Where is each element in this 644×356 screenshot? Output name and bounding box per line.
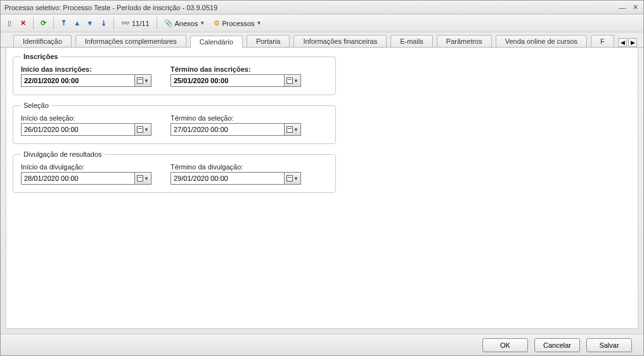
- label-inicio-divulgacao: Início da divulgação:: [21, 163, 151, 171]
- datepicker-inicio-inscricoes[interactable]: ▼: [135, 74, 151, 87]
- window-title: Processo seletivo: Processo Teste - Perí…: [4, 4, 217, 11]
- legend-divulgacao: Divulgação de resultados: [21, 150, 105, 158]
- label-termino-divulgacao: Término da divulgação:: [171, 163, 301, 171]
- nav-next-button[interactable]: ▾: [85, 17, 95, 29]
- group-divulgacao: Divulgação de resultados Início da divul…: [13, 150, 336, 193]
- label-inicio-selecao: Início da seleção:: [21, 114, 151, 122]
- input-termino-divulgacao[interactable]: [171, 172, 285, 185]
- datepicker-inicio-divulgacao[interactable]: ▼: [135, 172, 151, 185]
- chevron-down-icon: ▼: [144, 127, 149, 133]
- group-inscricoes: Inscrições Início das inscrições: ▼ Térm…: [13, 53, 336, 95]
- anexos-label: Anexos: [175, 20, 198, 27]
- close-icon[interactable]: ✕: [631, 3, 640, 12]
- arrow-first-icon: ⤒: [61, 19, 67, 27]
- datepicker-inicio-selecao[interactable]: ▼: [135, 123, 151, 136]
- input-inicio-selecao[interactable]: [21, 123, 135, 136]
- tab-info-complementares[interactable]: Informações complementares: [75, 35, 186, 47]
- tab-scroll-left[interactable]: ◀: [618, 38, 627, 47]
- footer: OK Cancelar Salvar: [1, 334, 643, 355]
- datepicker-termino-selecao[interactable]: ▼: [285, 123, 301, 136]
- refresh-icon: ⟳: [41, 19, 46, 27]
- separator: [157, 17, 157, 30]
- field-inicio-inscricoes: Início das inscrições: ▼: [21, 65, 151, 87]
- processos-button[interactable]: ⚙Processos▼: [210, 17, 264, 29]
- chevron-down-icon: ▼: [293, 127, 299, 133]
- nav-prev-button[interactable]: ▴: [72, 17, 82, 29]
- group-selecao: Seleção Início da seleção: ▼ Término da …: [13, 102, 336, 144]
- calendar-icon: [137, 77, 143, 84]
- nav-last-button[interactable]: ⤓: [98, 17, 110, 29]
- tab-portaria[interactable]: Portaria: [247, 35, 290, 47]
- titlebar: Processo seletivo: Processo Teste - Perí…: [1, 1, 643, 15]
- page-icon: ▯: [8, 19, 11, 27]
- processos-label: Processos: [222, 20, 254, 27]
- calendar-icon: [137, 175, 143, 181]
- calendar-icon: [287, 126, 293, 133]
- tab-venda[interactable]: Venda online de cursos: [496, 35, 587, 47]
- chevron-down-icon: ▼: [293, 176, 299, 181]
- minimize-icon[interactable]: —: [618, 3, 627, 12]
- tab-emails[interactable]: E-mails: [390, 35, 433, 47]
- field-termino-divulgacao: Término da divulgação: ▼: [171, 163, 301, 185]
- input-inicio-divulgacao[interactable]: [21, 172, 135, 185]
- tab-identificacao[interactable]: Identificação: [13, 35, 72, 47]
- arrow-last-icon: ⤓: [101, 19, 106, 27]
- datepicker-termino-inscricoes[interactable]: ▼: [285, 74, 301, 87]
- tab-content: Inscrições Início das inscrições: ▼ Térm…: [6, 48, 638, 329]
- separator: [113, 17, 114, 30]
- label-termino-inscricoes: Término das inscrições:: [171, 65, 301, 73]
- chevron-down-icon: ▼: [144, 78, 149, 84]
- tab-info-financeiras[interactable]: Informações financeiras: [293, 35, 387, 47]
- arrow-down-icon: ▾: [88, 19, 92, 27]
- tab-strip: Identificação Informações complementares…: [1, 32, 643, 48]
- x-icon: ✕: [20, 19, 26, 27]
- window-controls: — ✕: [618, 3, 640, 12]
- tab-scroll-nav: ◀ ▶: [618, 38, 637, 47]
- dialog-window: Processo seletivo: Processo Teste - Perí…: [0, 0, 644, 356]
- input-termino-inscricoes[interactable]: [171, 74, 285, 87]
- chevron-down-icon: ▼: [293, 78, 299, 84]
- input-inicio-inscricoes[interactable]: [21, 74, 135, 87]
- label-termino-selecao: Término da seleção:: [171, 114, 301, 122]
- separator: [53, 17, 54, 30]
- record-counter: 11/11: [132, 20, 150, 27]
- chevron-down-icon: ▼: [257, 20, 262, 26]
- tab-overflow[interactable]: F: [591, 35, 614, 47]
- calendar-icon: [137, 126, 143, 133]
- anexos-button[interactable]: 📎Anexos▼: [161, 17, 209, 29]
- save-button[interactable]: Salvar: [586, 338, 632, 352]
- toolbar: ▯ ✕ ⟳ ⤒ ▴ ▾ ⤓ 👓11/11 📎Anexos▼ ⚙Processos…: [1, 15, 643, 32]
- legend-inscricoes: Inscrições: [21, 53, 60, 60]
- input-termino-selecao[interactable]: [171, 123, 285, 136]
- field-termino-inscricoes: Término das inscrições: ▼: [171, 65, 301, 87]
- legend-selecao: Seleção: [21, 102, 51, 109]
- delete-button[interactable]: ✕: [17, 17, 29, 29]
- chevron-down-icon: ▼: [144, 176, 149, 181]
- new-button[interactable]: ▯: [4, 17, 15, 29]
- tab-calendario[interactable]: Calendário: [190, 36, 243, 48]
- find-button[interactable]: 👓11/11: [118, 17, 153, 29]
- chevron-down-icon: ▼: [200, 20, 205, 26]
- calendar-icon: [287, 175, 293, 181]
- field-inicio-divulgacao: Início da divulgação: ▼: [21, 163, 151, 185]
- separator: [33, 17, 34, 30]
- cancel-button[interactable]: Cancelar: [534, 338, 580, 352]
- ok-button[interactable]: OK: [482, 338, 528, 352]
- label-inicio-inscricoes: Início das inscrições:: [21, 65, 151, 73]
- calendar-icon: [287, 77, 293, 84]
- nav-first-button[interactable]: ⤒: [58, 17, 70, 29]
- datepicker-termino-divulgacao[interactable]: ▼: [285, 172, 301, 185]
- clip-icon: 📎: [164, 19, 173, 27]
- binoculars-icon: 👓: [121, 19, 130, 27]
- tab-parametros[interactable]: Parâmetros: [437, 35, 492, 47]
- arrow-up-icon: ▴: [75, 19, 79, 27]
- gear-icon: ⚙: [214, 19, 220, 27]
- field-inicio-selecao: Início da seleção: ▼: [21, 114, 151, 136]
- refresh-button[interactable]: ⟳: [37, 17, 49, 29]
- tab-scroll-right[interactable]: ▶: [628, 38, 637, 47]
- field-termino-selecao: Término da seleção: ▼: [171, 114, 301, 136]
